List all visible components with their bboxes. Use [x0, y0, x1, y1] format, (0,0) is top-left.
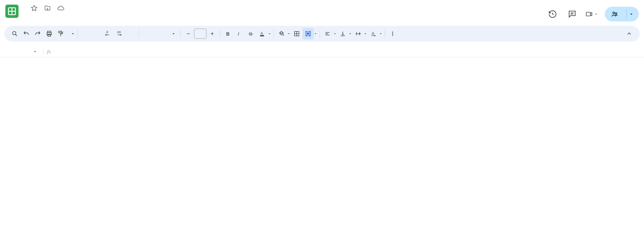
h-align-dropdown[interactable]: [322, 28, 337, 40]
font-size-increase[interactable]: [206, 28, 218, 40]
redo-icon[interactable]: [32, 28, 44, 40]
cloud-status-icon[interactable]: [57, 4, 65, 12]
history-icon[interactable]: [546, 8, 559, 21]
v-align-dropdown[interactable]: [337, 28, 352, 40]
svg-point-9: [615, 13, 617, 14]
comments-icon[interactable]: [566, 8, 578, 21]
svg-rect-26: [260, 35, 264, 36]
svg-point-8: [613, 12, 615, 14]
share-dropdown-icon[interactable]: [626, 9, 636, 19]
svg-point-40: [392, 35, 393, 36]
font-size-decrease[interactable]: [182, 28, 194, 40]
svg-text:A: A: [372, 31, 374, 36]
strikethrough-icon[interactable]: S: [245, 28, 256, 40]
font-size-input[interactable]: [194, 29, 206, 39]
format-more[interactable]: [125, 28, 137, 40]
format-percent[interactable]: [91, 28, 102, 40]
borders-icon[interactable]: [291, 28, 302, 40]
svg-text:I: I: [238, 31, 240, 37]
share-button[interactable]: [605, 7, 639, 22]
font-dropdown[interactable]: [141, 28, 178, 39]
zoom-dropdown[interactable]: [66, 28, 76, 40]
svg-point-38: [392, 32, 393, 33]
print-icon[interactable]: [44, 28, 55, 40]
svg-point-10: [13, 32, 16, 35]
rotation-dropdown[interactable]: A: [368, 28, 383, 40]
merge-cells-dropdown[interactable]: [302, 28, 318, 40]
decrease-decimal-icon[interactable]: .0: [102, 28, 114, 40]
move-icon[interactable]: [44, 4, 52, 12]
svg-point-39: [392, 33, 393, 34]
svg-text:B: B: [226, 31, 230, 37]
collapse-toolbar-icon[interactable]: [624, 28, 635, 40]
fx-icon: fx: [47, 49, 51, 55]
italic-icon[interactable]: I: [234, 28, 245, 40]
svg-rect-15: [59, 31, 62, 33]
text-color-dropdown[interactable]: A: [256, 28, 272, 40]
name-box[interactable]: [4, 47, 40, 56]
undo-icon[interactable]: [20, 28, 32, 40]
format-currency[interactable]: [80, 28, 91, 40]
sheets-logo[interactable]: [4, 4, 20, 19]
search-menu-icon[interactable]: [9, 28, 20, 40]
fill-color-dropdown[interactable]: [276, 28, 291, 40]
paint-format-icon[interactable]: [55, 28, 66, 40]
svg-text:.0: .0: [106, 30, 108, 34]
wrap-dropdown[interactable]: [352, 28, 368, 40]
svg-line-11: [16, 35, 17, 36]
star-icon[interactable]: [30, 4, 38, 12]
more-toolbar-icon[interactable]: [387, 28, 398, 40]
svg-text:A: A: [260, 31, 263, 36]
meet-icon[interactable]: [585, 8, 598, 21]
bold-icon[interactable]: B: [222, 28, 234, 40]
increase-decimal-icon[interactable]: .00: [114, 28, 125, 40]
svg-point-27: [283, 35, 284, 36]
svg-rect-7: [586, 12, 590, 16]
svg-text:.00: .00: [116, 30, 121, 34]
svg-marker-4: [31, 5, 37, 11]
